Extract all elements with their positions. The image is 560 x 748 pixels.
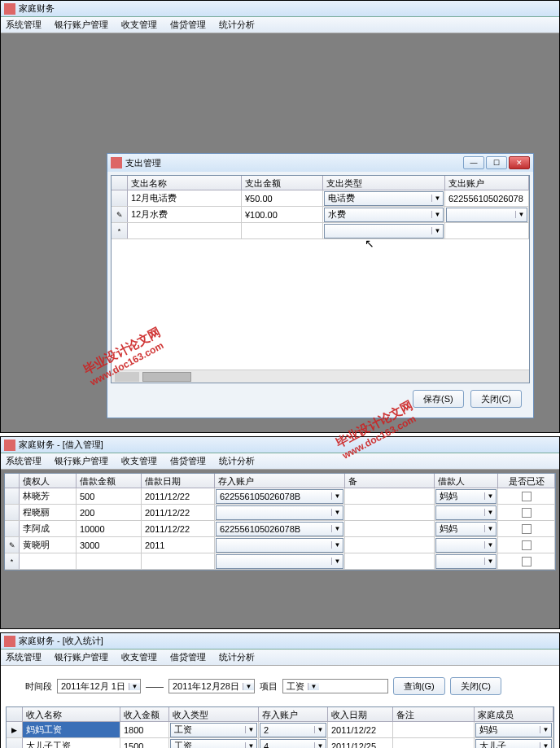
- col-amount[interactable]: 借款金额: [77, 474, 142, 488]
- menu-loan[interactable]: 借贷管理: [170, 455, 206, 467]
- row-header[interactable]: [112, 190, 128, 206]
- type-combo[interactable]: 工资▼: [170, 723, 257, 737]
- account-combo[interactable]: ▼: [216, 538, 343, 553]
- menu-bank[interactable]: 银行账户管理: [55, 455, 108, 467]
- new-row[interactable]: * ▼ ▼: [5, 553, 555, 570]
- save-button[interactable]: 保存(S): [413, 390, 464, 408]
- chevron-down-icon[interactable]: ▼: [308, 683, 319, 690]
- chevron-down-icon[interactable]: ▼: [484, 525, 496, 532]
- chevron-down-icon[interactable]: ▼: [245, 726, 256, 733]
- col-note[interactable]: 备: [345, 474, 435, 488]
- title-bar[interactable]: 家庭财务 - [收入统计]: [1, 633, 559, 650]
- type-combo[interactable]: 工资▼: [170, 739, 257, 749]
- chevron-down-icon[interactable]: ▼: [431, 195, 443, 202]
- query-button[interactable]: 查询(G): [393, 677, 445, 695]
- chevron-down-icon[interactable]: ▼: [129, 683, 140, 690]
- income-grid[interactable]: 收入名称 收入金额 收入类型 存入账户 收入日期 备注 家庭成员 ▶ 妈妈工资 …: [6, 706, 554, 748]
- account-combo[interactable]: ▼: [446, 208, 527, 222]
- table-row[interactable]: ✎ 12月水费 ¥100.00 水费▼ ▼: [112, 207, 529, 223]
- title-bar[interactable]: 家庭财务 - [借入管理]: [1, 437, 559, 453]
- repaid-checkbox[interactable]: [522, 492, 532, 501]
- col-account[interactable]: 支出账户: [445, 176, 529, 190]
- account-combo[interactable]: 4▼: [260, 739, 326, 749]
- chevron-down-icon[interactable]: ▼: [331, 541, 343, 549]
- chevron-down-icon[interactable]: ▼: [484, 558, 496, 565]
- row-header-new[interactable]: *: [5, 553, 20, 569]
- menu-loan[interactable]: 借贷管理: [170, 651, 206, 663]
- repaid-checkbox[interactable]: [522, 508, 532, 518]
- repaid-checkbox[interactable]: [522, 557, 532, 566]
- table-row[interactable]: 12月电话费 ¥50.00 电话费▼ 622556105026078: [112, 190, 529, 207]
- chevron-down-icon[interactable]: ▼: [331, 509, 343, 516]
- chevron-down-icon[interactable]: ▼: [431, 227, 443, 234]
- title-bar[interactable]: 家庭财务: [1, 1, 559, 17]
- col-note[interactable]: 备注: [393, 707, 475, 721]
- new-row[interactable]: * ▼: [112, 223, 529, 239]
- date-to[interactable]: 2011年12月28日▼: [168, 679, 255, 693]
- col-type[interactable]: 收入类型: [169, 707, 259, 721]
- table-row[interactable]: ✎ 黄晓明 3000 2011 ▼ ▼: [5, 537, 555, 553]
- borrower-combo[interactable]: ▼: [435, 538, 497, 553]
- chevron-down-icon[interactable]: ▼: [331, 492, 343, 500]
- table-row[interactable]: ▶ 妈妈工资 1800 工资▼ 2▼ 2011/12/22 妈妈▼: [7, 722, 553, 738]
- dialog-title-bar[interactable]: 支出管理 — ☐ ✕: [107, 154, 533, 172]
- chevron-down-icon[interactable]: ▼: [431, 211, 443, 218]
- item-combo[interactable]: 工资▼: [282, 679, 388, 693]
- type-combo[interactable]: ▼: [324, 224, 444, 238]
- menu-income[interactable]: 收支管理: [121, 455, 157, 467]
- borrower-combo[interactable]: 妈妈▼: [435, 522, 497, 536]
- menu-stats[interactable]: 统计分析: [219, 19, 255, 31]
- menu-stats[interactable]: 统计分析: [219, 455, 255, 467]
- chevron-down-icon[interactable]: ▼: [243, 683, 254, 690]
- table-row[interactable]: 林晓芳 500 2011/12/22 622556105026078B▼ 妈妈▼: [5, 488, 555, 505]
- chevron-down-icon[interactable]: ▼: [314, 742, 326, 748]
- account-combo[interactable]: ▼: [216, 505, 343, 520]
- chevron-down-icon[interactable]: ▼: [245, 742, 256, 748]
- chevron-down-icon[interactable]: ▼: [331, 525, 343, 532]
- member-combo[interactable]: 妈妈▼: [475, 723, 552, 737]
- menu-bank[interactable]: 银行账户管理: [55, 19, 108, 31]
- col-date[interactable]: 收入日期: [328, 707, 393, 721]
- menu-stats[interactable]: 统计分析: [219, 651, 255, 663]
- chevron-down-icon[interactable]: ▼: [540, 742, 551, 748]
- chevron-down-icon[interactable]: ▼: [515, 211, 527, 218]
- expense-grid[interactable]: 支出名称 支出金额 支出类型 支出账户 12月电话费 ¥50.00 电话费▼ 6…: [111, 175, 530, 383]
- type-combo[interactable]: 电话费▼: [324, 191, 444, 206]
- table-row[interactable]: 程晓丽 200 2011/12/22 ▼ ▼: [5, 505, 555, 521]
- chevron-down-icon[interactable]: ▼: [484, 541, 496, 549]
- repaid-checkbox[interactable]: [522, 524, 532, 534]
- col-account[interactable]: 存入账户: [259, 707, 328, 721]
- menu-bank[interactable]: 银行账户管理: [55, 651, 108, 663]
- maximize-button[interactable]: ☐: [486, 156, 507, 169]
- col-repaid[interactable]: 是否已还: [498, 474, 555, 488]
- menu-system[interactable]: 系统管理: [6, 19, 42, 31]
- menu-system[interactable]: 系统管理: [6, 651, 42, 663]
- chevron-down-icon[interactable]: ▼: [484, 492, 496, 500]
- table-row[interactable]: 大儿子工资 1500 工资▼ 4▼ 2011/12/25 大儿子▼: [7, 738, 553, 748]
- col-amount[interactable]: 收入金额: [120, 707, 169, 721]
- col-member[interactable]: 家庭成员: [475, 707, 553, 721]
- close-button[interactable]: 关闭(C): [470, 390, 522, 408]
- col-name[interactable]: 收入名称: [23, 707, 120, 721]
- type-combo[interactable]: 水费▼: [324, 208, 444, 222]
- row-header-new[interactable]: *: [112, 223, 128, 238]
- borrower-combo[interactable]: ▼: [435, 505, 497, 520]
- borrower-combo[interactable]: ▼: [435, 554, 497, 569]
- account-combo[interactable]: 2▼: [260, 723, 326, 737]
- row-header-current[interactable]: ▶: [7, 722, 23, 737]
- table-row[interactable]: 李阿成 10000 2011/12/22 622556105026078B▼ 妈…: [5, 521, 555, 537]
- chevron-down-icon[interactable]: ▼: [314, 726, 326, 733]
- row-header-edit[interactable]: ✎: [5, 537, 20, 553]
- close-button[interactable]: ✕: [509, 156, 530, 169]
- member-combo[interactable]: 大儿子▼: [475, 739, 552, 749]
- chevron-down-icon[interactable]: ▼: [484, 509, 496, 516]
- col-amount[interactable]: 支出金额: [242, 176, 323, 190]
- account-combo[interactable]: ▼: [216, 554, 343, 569]
- col-account[interactable]: 存入账户: [215, 474, 345, 488]
- chevron-down-icon[interactable]: ▼: [540, 726, 551, 733]
- horizontal-scrollbar[interactable]: [112, 370, 529, 383]
- chevron-down-icon[interactable]: ▼: [331, 558, 343, 565]
- col-type[interactable]: 支出类型: [323, 176, 445, 190]
- account-combo[interactable]: 622556105026078B▼: [216, 489, 343, 504]
- menu-system[interactable]: 系统管理: [6, 455, 42, 467]
